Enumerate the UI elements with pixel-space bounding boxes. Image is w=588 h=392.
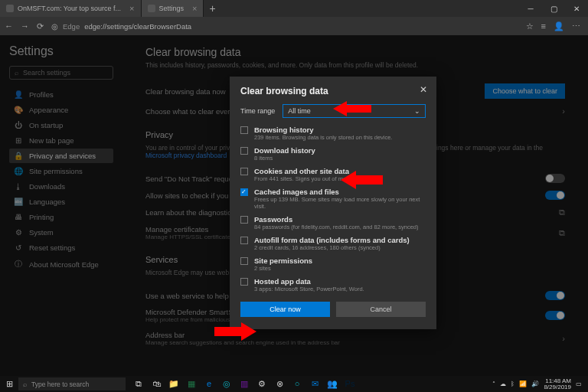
teams-icon[interactable]: 👥: [327, 379, 338, 390]
address-bar: ← → ⟳ ◎ Edge edge://settings/clearBrowse…: [0, 17, 588, 35]
chevron-right-icon[interactable]: ›: [562, 106, 565, 116]
option-title: Passwords: [254, 215, 419, 224]
clear-data-option[interactable]: Cached images and filesFrees up 139 MB. …: [240, 188, 426, 210]
explorer-icon[interactable]: 📁: [168, 379, 179, 390]
clear-data-option[interactable]: Cookies and other site dataFrom 441 site…: [240, 167, 426, 182]
clear-data-option[interactable]: Download history8 items: [240, 146, 426, 162]
checkbox[interactable]: [240, 188, 248, 196]
time-range-value: All time: [288, 107, 311, 115]
checkbox[interactable]: [240, 237, 248, 244]
taskbar-search[interactable]: ⌕ Type here to search: [18, 377, 126, 390]
edge-legacy-icon[interactable]: e: [204, 379, 214, 390]
option-title: Hosted app data: [254, 277, 364, 286]
payment-check-toggle[interactable]: [545, 191, 565, 200]
menu-icon[interactable]: ⋯: [572, 21, 580, 31]
external-link-icon[interactable]: ⧉: [559, 228, 565, 238]
xbox-icon[interactable]: ⊗: [274, 379, 285, 390]
close-window-button[interactable]: ✕: [565, 5, 588, 13]
taskbar-clock[interactable]: 11:48 AM 8/29/2019: [544, 378, 571, 390]
browser-tab[interactable]: Settings ×: [142, 0, 204, 17]
webservice-toggle[interactable]: [545, 291, 565, 300]
tab-label: OnMSFT.com: Your top source f...: [18, 5, 121, 12]
sidebar-item[interactable]: 🌐Site permissions: [9, 164, 113, 178]
sidebar-item[interactable]: ⊞New tab page: [9, 133, 113, 148]
search-icon: ⌕: [23, 381, 27, 388]
volume-icon[interactable]: 🔊: [531, 381, 539, 387]
clear-data-option[interactable]: Browsing history239 items. Browsing data…: [240, 126, 426, 141]
sidebar-item-label: Languages: [29, 198, 65, 206]
checkbox[interactable]: [240, 126, 248, 134]
minimize-button[interactable]: ─: [519, 5, 542, 13]
sidebar-item[interactable]: 🎨Appearance: [9, 103, 113, 117]
dnt-toggle[interactable]: [545, 174, 565, 183]
new-tab-button[interactable]: +: [204, 2, 220, 15]
browser-tab[interactable]: OnMSFT.com: Your top source f... ×: [0, 0, 142, 17]
clear-now-button[interactable]: Clear now: [240, 302, 330, 317]
store-icon[interactable]: 🛍: [151, 379, 162, 390]
sidebar-item[interactable]: ⚙System: [9, 225, 113, 240]
chevron-right-icon[interactable]: ›: [562, 334, 565, 343]
clear-data-option[interactable]: Site permissions2 sites: [240, 256, 426, 272]
outlook-icon[interactable]: ✉: [309, 379, 320, 390]
sidebar-item[interactable]: 🔒Privacy and services: [9, 149, 113, 163]
option-title: Autofill form data (includes forms and c…: [254, 236, 410, 244]
close-icon[interactable]: ×: [192, 4, 197, 13]
start-button[interactable]: ⊞: [0, 379, 18, 389]
choose-what-to-clear-button[interactable]: Choose what to clear: [485, 83, 565, 99]
clear-data-option[interactable]: Hosted app data3 apps: Microsoft Store, …: [240, 277, 426, 292]
external-link-icon[interactable]: ⧉: [559, 207, 565, 217]
task-view-icon[interactable]: ⧉: [133, 379, 144, 390]
maximize-button[interactable]: ▢: [542, 5, 565, 13]
option-title: Cached images and files: [254, 188, 426, 196]
privacy-dashboard-link[interactable]: Microsoft privacy dashboard: [145, 152, 227, 159]
photoshop-icon[interactable]: Ps: [345, 379, 355, 390]
sidebar-item[interactable]: ⏻On startup: [9, 118, 113, 132]
sidebar-item[interactable]: ↺Reset settings: [9, 240, 113, 255]
edge-icon: ◎: [51, 22, 58, 31]
clear-data-option[interactable]: Passwords84 passwords (for fidelity.com,…: [240, 215, 426, 230]
sidebar-item[interactable]: 🖶Printing: [9, 210, 113, 224]
cancel-button[interactable]: Cancel: [336, 302, 426, 317]
profile-icon[interactable]: 👤: [554, 21, 564, 31]
url-field[interactable]: ◎ Edge edge://settings/clearBrowserData: [51, 22, 518, 31]
sidebar-item-label: Site permissions: [29, 167, 83, 175]
favorite-icon[interactable]: ☆: [526, 21, 534, 31]
favorites-list-icon[interactable]: ≡: [541, 21, 546, 31]
cortana-icon[interactable]: ○: [292, 379, 302, 390]
settings-search[interactable]: ⌕ Search settings: [9, 66, 113, 80]
excel-icon[interactable]: ▦: [186, 379, 197, 390]
sidebar-item[interactable]: 🔤Languages: [9, 194, 113, 209]
sidebar-item-icon: ⚙: [14, 228, 23, 237]
close-icon[interactable]: ×: [129, 4, 134, 13]
forward-button[interactable]: →: [21, 21, 29, 31]
sidebar-item-icon: 🔒: [14, 152, 23, 160]
back-button[interactable]: ←: [5, 21, 13, 31]
sidebar-item-icon: 🎨: [14, 106, 23, 114]
checkbox[interactable]: [240, 278, 248, 286]
page-subtitle: This includes history, passwords, cookie…: [145, 61, 565, 69]
refresh-button[interactable]: ⟳: [37, 21, 44, 31]
smartscreen-toggle[interactable]: [545, 311, 565, 320]
option-desc: 8 items: [254, 155, 315, 162]
bluetooth-icon[interactable]: ᛒ: [511, 381, 514, 387]
checkbox[interactable]: [240, 257, 248, 265]
sidebar-item[interactable]: ⭳Downloads: [9, 179, 113, 194]
tray-chevron-icon[interactable]: ˄: [492, 381, 495, 387]
checkbox[interactable]: [240, 168, 248, 175]
onedrive-icon[interactable]: ☁: [500, 381, 506, 387]
sidebar-item-icon: ⓘ: [14, 259, 23, 270]
taskbar-apps: ⧉ 🛍 📁 ▦ e ◎ ▥ ⚙ ⊗ ○ ✉ 👥 Ps: [133, 379, 492, 390]
onenote-icon[interactable]: ▥: [239, 379, 250, 390]
sidebar-item-label: On startup: [29, 121, 63, 129]
checkbox[interactable]: [240, 216, 248, 224]
wifi-icon[interactable]: 📶: [519, 381, 527, 387]
edge-icon[interactable]: ◎: [221, 379, 232, 390]
notifications-icon[interactable]: ▭: [576, 381, 582, 387]
close-dialog-button[interactable]: ✕: [420, 84, 427, 95]
sidebar-item[interactable]: 👤Profiles: [9, 87, 113, 102]
sidebar-item[interactable]: ⓘAbout Microsoft Edge: [9, 256, 113, 273]
tab-label: Settings: [159, 5, 185, 12]
settings-icon[interactable]: ⚙: [256, 379, 267, 390]
checkbox[interactable]: [240, 147, 248, 155]
clear-data-option[interactable]: Autofill form data (includes forms and c…: [240, 236, 426, 251]
